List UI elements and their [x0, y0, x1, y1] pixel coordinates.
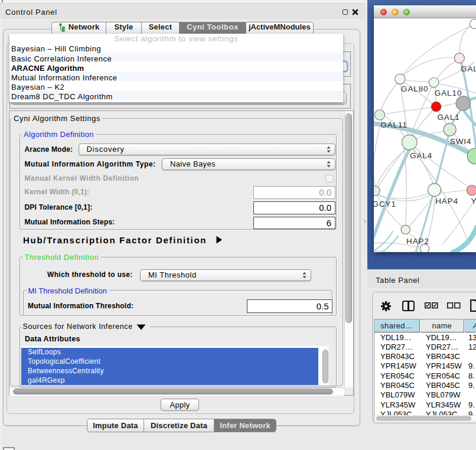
- svg-text:HAP2: HAP2: [406, 237, 429, 246]
- svg-text:SWI4: SWI4: [450, 137, 472, 146]
- svg-text:GCY1: GCY1: [374, 200, 396, 208]
- svg-text:GAL4: GAL4: [410, 151, 432, 160]
- svg-text:GAL11: GAL11: [380, 120, 407, 129]
- svg-text:GAL10: GAL10: [435, 89, 462, 97]
- svg-text:GAL1: GAL1: [438, 113, 460, 122]
- svg-text:HAP4: HAP4: [435, 197, 458, 206]
- svg-text:GAL80: GAL80: [401, 84, 429, 93]
- svg-text:GAL: GAL: [461, 64, 476, 73]
- svg-text:Y: Y: [471, 197, 476, 206]
